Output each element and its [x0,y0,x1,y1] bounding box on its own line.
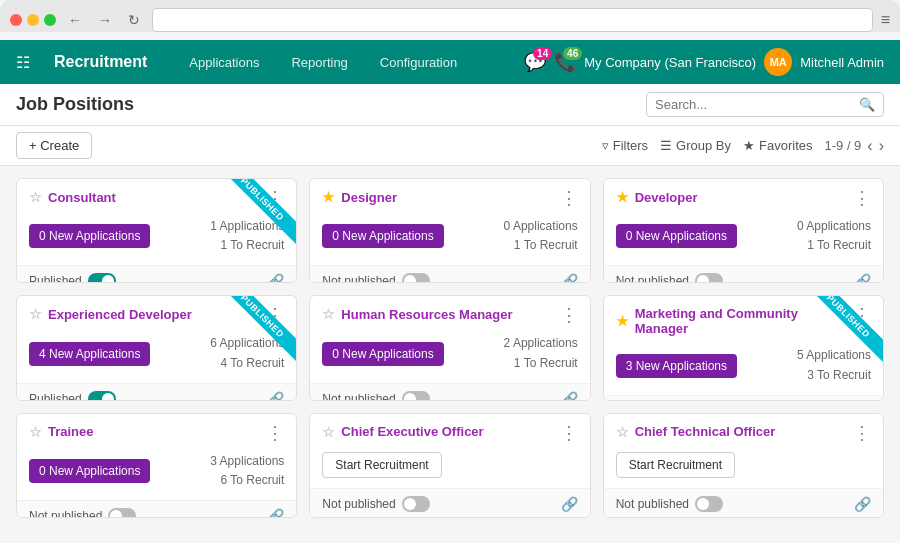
nav-reporting[interactable]: Reporting [285,51,353,74]
card-menu-button[interactable]: ⋮ [560,189,578,207]
card-title[interactable]: ★ Marketing and Community Manager [616,306,853,336]
to-recruit-count: 1 To Recruit [504,236,578,255]
create-button[interactable]: + Create [16,132,92,159]
to-recruit-count: 6 To Recruit [210,471,284,490]
job-card-3: ☆ Experienced Developer ⋮ 4 New Applicat… [16,295,297,400]
star-icon[interactable]: ☆ [616,424,629,440]
card-title[interactable]: ★ Developer [616,189,698,205]
messages-badge[interactable]: 💬 14 [524,51,546,73]
new-applications-button[interactable]: 0 New Applications [616,224,737,248]
search-input[interactable] [655,97,855,112]
card-header: ☆ Chief Technical Officer ⋮ [604,414,883,448]
star-icon[interactable]: ☆ [322,306,335,322]
to-recruit-count: 4 To Recruit [210,354,284,373]
publish-toggle[interactable] [695,273,723,283]
star-icon[interactable]: ☆ [29,189,42,205]
publish-label: Not published [29,509,102,518]
user-name: Mitchell Admin [800,55,884,70]
group-by-button[interactable]: ☰ Group By [660,138,731,153]
new-applications-button[interactable]: 0 New Applications [29,459,150,483]
publish-toggle[interactable] [88,391,116,401]
nav-applications[interactable]: Applications [183,51,265,74]
favorites-button[interactable]: ★ Favorites [743,138,812,153]
card-menu-button[interactable]: ⋮ [853,189,871,207]
prev-page-button[interactable]: ‹ [867,137,872,155]
link-icon[interactable]: 🔗 [267,273,284,283]
card-menu-button[interactable]: ⋮ [560,424,578,442]
start-recruitment-button[interactable]: Start Recruitment [322,452,441,478]
card-title[interactable]: ☆ Human Resources Manager [322,306,512,322]
new-applications-button[interactable]: 0 New Applications [29,224,150,248]
new-applications-button[interactable]: 3 New Applications [616,354,737,378]
new-applications-button[interactable]: 0 New Applications [322,342,443,366]
publish-status: Not published [29,508,136,518]
avatar: MA [764,48,792,76]
card-header: ★ Designer ⋮ [310,179,589,213]
card-menu-button[interactable]: ⋮ [853,424,871,442]
card-body: 0 New Applications 3 Applications 6 To R… [17,448,296,500]
link-icon[interactable]: 🔗 [561,496,578,512]
card-title[interactable]: ☆ Consultant [29,189,116,205]
grid-icon[interactable]: ☷ [16,53,30,72]
address-bar[interactable] [152,8,873,32]
job-card-6: ☆ Trainee ⋮ 0 New Applications 3 Applica… [16,413,297,518]
nav-configuration[interactable]: Configuration [374,51,463,74]
card-footer: Published 🔗 [604,395,883,401]
start-recruitment-button[interactable]: Start Recruitment [616,452,735,478]
back-button[interactable]: ← [64,10,86,30]
job-card-7: ☆ Chief Executive Officer ⋮ Start Recrui… [309,413,590,518]
link-icon[interactable]: 🔗 [267,508,284,518]
app-name: Recruitment [54,53,147,71]
link-icon[interactable]: 🔗 [561,273,578,283]
next-page-button[interactable]: › [879,137,884,155]
publish-toggle[interactable] [402,496,430,512]
card-body: 4 New Applications 6 Applications 4 To R… [17,330,296,382]
star-icon[interactable]: ☆ [322,424,335,440]
link-icon[interactable]: 🔗 [561,391,578,401]
card-title[interactable]: ☆ Chief Technical Officer [616,424,776,440]
star-icon[interactable]: ★ [616,313,629,329]
card-title[interactable]: ★ Designer [322,189,397,205]
card-menu-button[interactable]: ⋮ [266,424,284,442]
forward-button[interactable]: → [94,10,116,30]
card-footer: Not published 🔗 [310,265,589,283]
maximize-window-button[interactable] [44,14,56,26]
publish-label: Published [29,274,82,283]
card-title[interactable]: ☆ Chief Executive Officer [322,424,483,440]
new-applications-button[interactable]: 0 New Applications [322,224,443,248]
publish-toggle[interactable] [88,273,116,283]
card-header: ★ Developer ⋮ [604,179,883,213]
new-applications-button[interactable]: 4 New Applications [29,342,150,366]
filters-button[interactable]: ▿ Filters [602,138,648,153]
browser-menu-icon[interactable]: ≡ [881,11,890,29]
publish-toggle[interactable] [108,508,136,518]
link-icon[interactable]: 🔗 [267,391,284,401]
link-icon[interactable]: 🔗 [854,273,871,283]
card-menu-button[interactable]: ⋮ [560,306,578,324]
calls-badge[interactable]: 📞 46 [554,51,576,73]
star-icon[interactable]: ☆ [29,424,42,440]
star-icon[interactable]: ★ [616,189,629,205]
card-title[interactable]: ☆ Experienced Developer [29,306,192,322]
publish-toggle[interactable] [695,496,723,512]
applications-count: 3 Applications [210,452,284,471]
card-title[interactable]: ☆ Trainee [29,424,94,440]
messages-count: 14 [533,47,552,60]
publish-toggle[interactable] [402,273,430,283]
close-window-button[interactable] [10,14,22,26]
publish-label: Not published [322,274,395,283]
card-header: ☆ Human Resources Manager ⋮ [310,296,589,330]
minimize-window-button[interactable] [27,14,39,26]
star-icon[interactable]: ★ [322,189,335,205]
link-icon[interactable]: 🔗 [854,496,871,512]
job-card-4: ☆ Human Resources Manager ⋮ 0 New Applic… [309,295,590,400]
refresh-button[interactable]: ↻ [124,10,144,30]
card-body: Start Recruitment [604,448,883,488]
search-icon[interactable]: 🔍 [859,97,875,112]
to-recruit-count: 1 To Recruit [504,354,578,373]
toolbar: + Create ▿ Filters ☰ Group By ★ Favorite… [0,126,900,166]
publish-toggle[interactable] [402,391,430,401]
card-stats: 5 Applications 3 To Recruit [797,346,871,384]
star-icon[interactable]: ☆ [29,306,42,322]
card-header: ☆ Chief Executive Officer ⋮ [310,414,589,448]
